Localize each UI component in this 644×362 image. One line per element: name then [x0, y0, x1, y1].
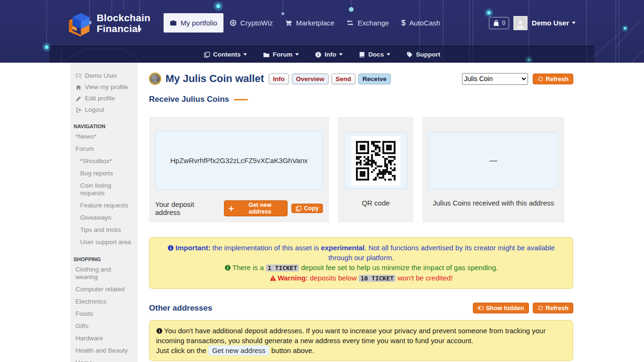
nav-marketplace[interactable]: Marketplace — [279, 13, 341, 33]
logout-icon — [75, 107, 82, 113]
pencil-icon — [75, 96, 82, 102]
deposit-address-value: HpZwRvrhfPfx2G32zLcFZ5vXCaK3GhVanx — [155, 131, 323, 190]
main-nav: My portfolio CryptoWiz Marketplace Excha… — [164, 13, 446, 33]
subnav-label: Info — [324, 51, 336, 58]
person-icon — [515, 19, 526, 29]
nav-my-portfolio[interactable]: My portfolio — [164, 13, 223, 33]
cart-icon — [285, 19, 292, 26]
tab-send[interactable]: Send — [331, 74, 355, 84]
notice-line-1: You don't have additional deposit addres… — [156, 326, 566, 346]
show-hidden-button[interactable]: Show hidden — [473, 303, 529, 313]
shopping-cart-button[interactable]: 0 — [489, 17, 509, 29]
sidebar-item-foods[interactable]: Foods — [70, 308, 138, 320]
received-caption: Julius Coins received with this address — [429, 199, 558, 207]
get-new-address-chip: Get new address — [208, 346, 269, 355]
sidebar-item-label: View my profile — [85, 83, 128, 91]
secondary-nav: Contents Forum Info Docs Support — [0, 46, 644, 63]
nav-exchange[interactable]: Exchange — [340, 13, 395, 33]
sidebar-item-giveaways[interactable]: Giveaways — [70, 212, 138, 224]
chevron-down-icon — [339, 53, 343, 56]
subnav-label: Docs — [368, 51, 384, 58]
sidebar-item-computer[interactable]: Computer related — [70, 283, 138, 296]
sidebar-item-gifts[interactable]: Gifts — [70, 320, 138, 332]
copy-icon — [296, 206, 302, 212]
info-icon — [224, 264, 231, 271]
app-logo[interactable]: Blockchain Financial — [66, 9, 150, 37]
sidebar-item-electronics[interactable]: Electronics — [70, 296, 138, 308]
wallet-tabs: Info Overview Send Receive — [269, 74, 391, 84]
deposit-address-caption: Your deposit address — [155, 200, 220, 216]
subnav-info[interactable]: Info — [315, 51, 343, 58]
tags-icon — [406, 51, 413, 58]
book-icon — [359, 51, 365, 58]
sidebar-item-news[interactable]: *News* — [70, 131, 138, 143]
qr-code-svg — [356, 141, 396, 181]
nav-cryptowiz[interactable]: CryptoWiz — [223, 13, 279, 33]
cart-count-badge: 0 — [502, 20, 505, 26]
nav-label: AutoCash — [409, 19, 440, 27]
chevron-down-icon — [572, 22, 576, 24]
sidebar-edit-profile[interactable]: Edit profile — [70, 93, 138, 104]
sidebar-item-feature-requests[interactable]: Feature requests — [70, 199, 138, 212]
tab-receive[interactable]: Receive — [358, 74, 391, 84]
user-menu[interactable]: Demo User — [532, 19, 576, 27]
dollar-icon: $ — [401, 19, 405, 26]
subnav-contents[interactable]: Contents — [204, 51, 248, 58]
subnav-forum[interactable]: Forum — [263, 51, 299, 58]
coin-select[interactable]: Julis Coin — [462, 73, 528, 85]
get-new-address-button[interactable]: Get new address — [224, 200, 287, 216]
sidebar-view-profile[interactable]: View my profile — [70, 82, 138, 93]
sidebar-item-user-support-area[interactable]: User support area — [70, 236, 138, 248]
refresh-other-button[interactable]: Refresh — [533, 303, 573, 313]
refresh-icon — [537, 76, 544, 82]
qr-code-card: QR code — [338, 117, 413, 222]
sidebar-item-tips-and-tricks[interactable]: Tips and tricks — [70, 224, 138, 236]
copy-button[interactable]: Copy — [291, 204, 323, 213]
sidebar-user-name: Demo User — [85, 72, 117, 80]
subnav-docs[interactable]: Docs — [359, 51, 390, 58]
nav-label: Marketplace — [296, 19, 335, 27]
sidebar-item-clothing[interactable]: Clothing and wearing — [70, 263, 138, 283]
logo-text: Blockchain Financial — [97, 12, 150, 34]
sidebar-item-coin-listing-requests[interactable]: Coin listing requests — [70, 180, 138, 199]
chevron-down-icon — [387, 53, 390, 56]
no-additional-addresses-notice: You don't have additional deposit addres… — [149, 320, 573, 361]
sidebar-item-shoutbox[interactable]: *Shoutbox* — [70, 155, 138, 167]
home-icon — [75, 84, 82, 90]
fee-line: There is a 1 TICKET deposit fee set to h… — [156, 263, 566, 273]
chevron-down-icon — [243, 53, 247, 56]
pages-icon — [204, 51, 210, 58]
sidebar-item-bug-reports[interactable]: Bug reports — [70, 167, 138, 180]
tab-overview[interactable]: Overview — [292, 74, 329, 84]
subnav-support[interactable]: Support — [406, 51, 440, 58]
info-icon — [156, 328, 163, 334]
wheel-icon — [230, 19, 237, 26]
refresh-button[interactable]: Refresh — [533, 74, 573, 84]
subnav-label: Forum — [272, 51, 292, 58]
warning-icon — [270, 275, 276, 281]
user-avatar[interactable] — [513, 16, 528, 30]
main-content: My Julis Coin wallet Info Overview Send … — [149, 63, 573, 362]
sidebar-item-hardware[interactable]: Hardware — [70, 332, 138, 345]
deposit-address-card: HpZwRvrhfPfx2G32zLcFZ5vXCaK3GhVanx Your … — [149, 117, 329, 222]
sidebar-logout[interactable]: Logout — [70, 104, 138, 115]
bust-icon — [151, 75, 159, 83]
chevron-down-icon — [295, 53, 299, 56]
asset-notice: Important: the implementation of this as… — [149, 237, 573, 289]
sidebar-item-home[interactable]: Home — [70, 357, 138, 362]
exchange-icon — [347, 19, 354, 26]
sidebar: Demo User View my profile Edit profile L… — [70, 63, 138, 362]
shopping-bag-icon — [493, 19, 500, 27]
tab-info[interactable]: Info — [269, 74, 289, 84]
nav-label: My portfolio — [181, 19, 217, 27]
toggle-icon — [478, 305, 484, 311]
receive-section-title: Receive Julius Coins — [149, 95, 573, 104]
important-line: Important: the implementation of this as… — [156, 243, 566, 263]
sidebar-item-forum[interactable]: Forum — [70, 143, 138, 155]
sidebar-user[interactable]: Demo User — [70, 70, 138, 82]
nav-autocash[interactable]: $ AutoCash — [395, 13, 446, 33]
refresh-label: Refresh — [546, 75, 569, 82]
sidebar-item-health-beauty[interactable]: Health and Beauty — [70, 345, 138, 357]
subnav-label: Support — [416, 51, 440, 58]
sidebar-item-label: Logout — [85, 106, 104, 114]
